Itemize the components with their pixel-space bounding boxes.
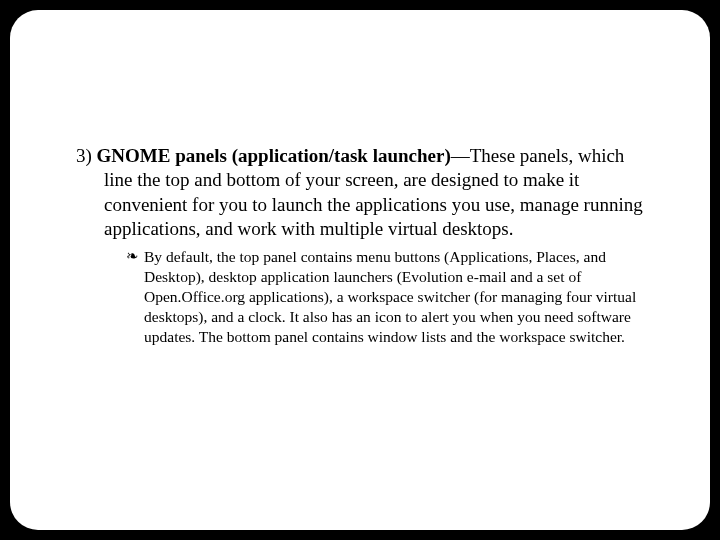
item-number: 3) xyxy=(76,145,97,166)
sub-item: ❧ By default, the top panel contains men… xyxy=(126,247,650,346)
sub-item-text: By default, the top panel contains menu … xyxy=(144,248,636,344)
content-block: 3) GNOME panels (application/task launch… xyxy=(70,144,650,346)
item-title: GNOME panels (application/task launcher) xyxy=(97,145,451,166)
floral-bullet-icon: ❧ xyxy=(126,247,139,266)
slide-card: 3) GNOME panels (application/task launch… xyxy=(10,10,710,530)
main-item: 3) GNOME panels (application/task launch… xyxy=(76,144,650,241)
